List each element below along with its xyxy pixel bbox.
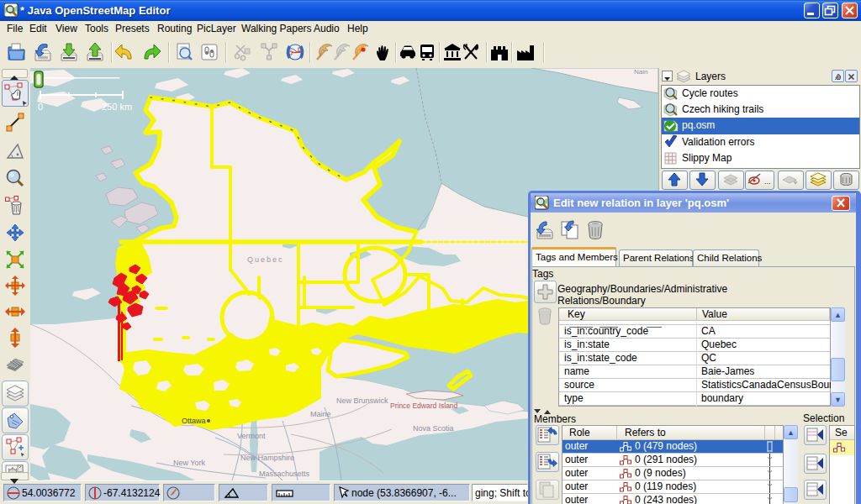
svg-text:Nova Scotia: Nova Scotia bbox=[413, 424, 454, 433]
svg-text:Quebec: Quebec bbox=[247, 255, 284, 264]
svg-text:Nain: Nain bbox=[634, 68, 647, 76]
svg-text:New Hampshire: New Hampshire bbox=[240, 454, 294, 462]
svg-text:Vermont: Vermont bbox=[237, 432, 266, 440]
svg-text:...: ... bbox=[764, 177, 771, 186]
svg-text:Maine: Maine bbox=[310, 410, 331, 418]
svg-text:Prince Edward Island: Prince Edward Island bbox=[390, 402, 458, 410]
svg-text:250 km: 250 km bbox=[102, 102, 132, 112]
svg-text:New Brunswick: New Brunswick bbox=[336, 396, 388, 405]
svg-text:0: 0 bbox=[38, 102, 43, 112]
svg-text:Massachusetts: Massachusetts bbox=[259, 470, 310, 478]
svg-text:New York: New York bbox=[173, 459, 206, 467]
svg-text:Ottawa: Ottawa bbox=[182, 417, 206, 425]
